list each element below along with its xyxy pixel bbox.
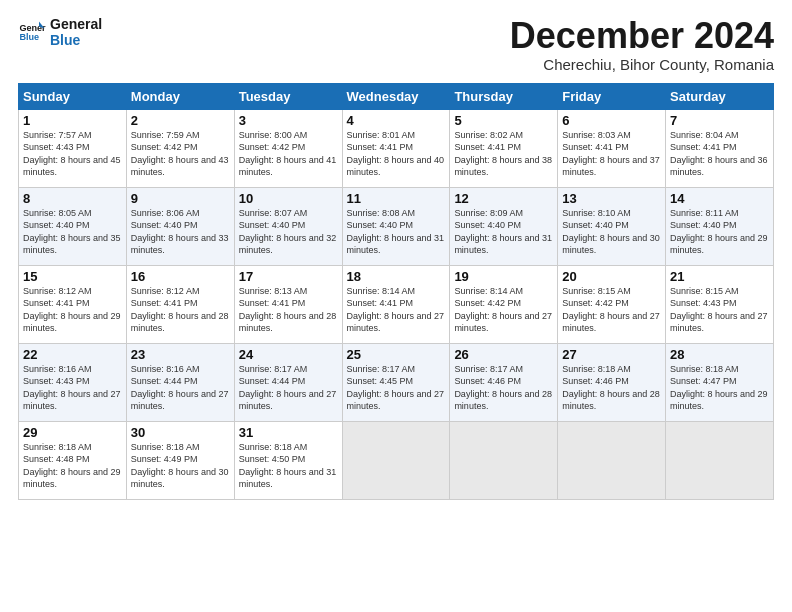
- month-title: December 2024: [510, 16, 774, 56]
- logo-general: General: [50, 16, 102, 32]
- day-number: 21: [670, 269, 769, 284]
- logo: General Blue General Blue: [18, 16, 102, 48]
- calendar-cell: 24Sunrise: 8:17 AMSunset: 4:44 PMDayligh…: [234, 343, 342, 421]
- week-row-4: 22Sunrise: 8:16 AMSunset: 4:43 PMDayligh…: [19, 343, 774, 421]
- calendar-cell: 21Sunrise: 8:15 AMSunset: 4:43 PMDayligh…: [666, 265, 774, 343]
- header-day-wednesday: Wednesday: [342, 83, 450, 109]
- calendar-cell: 14Sunrise: 8:11 AMSunset: 4:40 PMDayligh…: [666, 187, 774, 265]
- cell-content: Sunrise: 8:16 AMSunset: 4:43 PMDaylight:…: [23, 363, 122, 413]
- cell-content: Sunrise: 8:12 AMSunset: 4:41 PMDaylight:…: [23, 285, 122, 335]
- day-number: 6: [562, 113, 661, 128]
- day-number: 20: [562, 269, 661, 284]
- header-day-thursday: Thursday: [450, 83, 558, 109]
- day-number: 22: [23, 347, 122, 362]
- calendar-cell: 15Sunrise: 8:12 AMSunset: 4:41 PMDayligh…: [19, 265, 127, 343]
- calendar-cell: 20Sunrise: 8:15 AMSunset: 4:42 PMDayligh…: [558, 265, 666, 343]
- svg-text:Blue: Blue: [19, 32, 39, 42]
- calendar-cell: 28Sunrise: 8:18 AMSunset: 4:47 PMDayligh…: [666, 343, 774, 421]
- calendar-table: SundayMondayTuesdayWednesdayThursdayFrid…: [18, 83, 774, 500]
- cell-content: Sunrise: 8:01 AMSunset: 4:41 PMDaylight:…: [347, 129, 446, 179]
- day-number: 15: [23, 269, 122, 284]
- page-container: General Blue General Blue December 2024 …: [0, 0, 792, 510]
- day-number: 24: [239, 347, 338, 362]
- day-number: 10: [239, 191, 338, 206]
- cell-content: Sunrise: 8:06 AMSunset: 4:40 PMDaylight:…: [131, 207, 230, 257]
- calendar-cell: 10Sunrise: 8:07 AMSunset: 4:40 PMDayligh…: [234, 187, 342, 265]
- day-number: 31: [239, 425, 338, 440]
- cell-content: Sunrise: 8:17 AMSunset: 4:46 PMDaylight:…: [454, 363, 553, 413]
- calendar-cell: 13Sunrise: 8:10 AMSunset: 4:40 PMDayligh…: [558, 187, 666, 265]
- cell-content: Sunrise: 8:18 AMSunset: 4:48 PMDaylight:…: [23, 441, 122, 491]
- day-number: 27: [562, 347, 661, 362]
- cell-content: Sunrise: 8:15 AMSunset: 4:42 PMDaylight:…: [562, 285, 661, 335]
- cell-content: Sunrise: 8:18 AMSunset: 4:49 PMDaylight:…: [131, 441, 230, 491]
- calendar-cell: 17Sunrise: 8:13 AMSunset: 4:41 PMDayligh…: [234, 265, 342, 343]
- calendar-cell: 8Sunrise: 8:05 AMSunset: 4:40 PMDaylight…: [19, 187, 127, 265]
- cell-content: Sunrise: 8:02 AMSunset: 4:41 PMDaylight:…: [454, 129, 553, 179]
- cell-content: Sunrise: 8:11 AMSunset: 4:40 PMDaylight:…: [670, 207, 769, 257]
- day-number: 5: [454, 113, 553, 128]
- day-number: 8: [23, 191, 122, 206]
- cell-content: Sunrise: 7:57 AMSunset: 4:43 PMDaylight:…: [23, 129, 122, 179]
- day-number: 7: [670, 113, 769, 128]
- calendar-cell: 30Sunrise: 8:18 AMSunset: 4:49 PMDayligh…: [126, 421, 234, 499]
- day-number: 16: [131, 269, 230, 284]
- calendar-cell: [558, 421, 666, 499]
- calendar-cell: 1Sunrise: 7:57 AMSunset: 4:43 PMDaylight…: [19, 109, 127, 187]
- calendar-cell: 6Sunrise: 8:03 AMSunset: 4:41 PMDaylight…: [558, 109, 666, 187]
- cell-content: Sunrise: 8:00 AMSunset: 4:42 PMDaylight:…: [239, 129, 338, 179]
- cell-content: Sunrise: 8:15 AMSunset: 4:43 PMDaylight:…: [670, 285, 769, 335]
- calendar-header-row: SundayMondayTuesdayWednesdayThursdayFrid…: [19, 83, 774, 109]
- day-number: 3: [239, 113, 338, 128]
- cell-content: Sunrise: 8:18 AMSunset: 4:47 PMDaylight:…: [670, 363, 769, 413]
- cell-content: Sunrise: 8:12 AMSunset: 4:41 PMDaylight:…: [131, 285, 230, 335]
- cell-content: Sunrise: 8:08 AMSunset: 4:40 PMDaylight:…: [347, 207, 446, 257]
- cell-content: Sunrise: 8:10 AMSunset: 4:40 PMDaylight:…: [562, 207, 661, 257]
- header-day-friday: Friday: [558, 83, 666, 109]
- cell-content: Sunrise: 8:18 AMSunset: 4:46 PMDaylight:…: [562, 363, 661, 413]
- day-number: 29: [23, 425, 122, 440]
- day-number: 23: [131, 347, 230, 362]
- cell-content: Sunrise: 8:05 AMSunset: 4:40 PMDaylight:…: [23, 207, 122, 257]
- cell-content: Sunrise: 7:59 AMSunset: 4:42 PMDaylight:…: [131, 129, 230, 179]
- cell-content: Sunrise: 8:09 AMSunset: 4:40 PMDaylight:…: [454, 207, 553, 257]
- calendar-cell: [450, 421, 558, 499]
- cell-content: Sunrise: 8:03 AMSunset: 4:41 PMDaylight:…: [562, 129, 661, 179]
- calendar-cell: 16Sunrise: 8:12 AMSunset: 4:41 PMDayligh…: [126, 265, 234, 343]
- cell-content: Sunrise: 8:17 AMSunset: 4:45 PMDaylight:…: [347, 363, 446, 413]
- day-number: 1: [23, 113, 122, 128]
- day-number: 14: [670, 191, 769, 206]
- day-number: 17: [239, 269, 338, 284]
- day-number: 2: [131, 113, 230, 128]
- svg-text:General: General: [19, 23, 46, 33]
- week-row-3: 15Sunrise: 8:12 AMSunset: 4:41 PMDayligh…: [19, 265, 774, 343]
- calendar-cell: 26Sunrise: 8:17 AMSunset: 4:46 PMDayligh…: [450, 343, 558, 421]
- calendar-cell: 3Sunrise: 8:00 AMSunset: 4:42 PMDaylight…: [234, 109, 342, 187]
- day-number: 26: [454, 347, 553, 362]
- calendar-cell: 12Sunrise: 8:09 AMSunset: 4:40 PMDayligh…: [450, 187, 558, 265]
- calendar-cell: 11Sunrise: 8:08 AMSunset: 4:40 PMDayligh…: [342, 187, 450, 265]
- calendar-cell: [666, 421, 774, 499]
- calendar-cell: 19Sunrise: 8:14 AMSunset: 4:42 PMDayligh…: [450, 265, 558, 343]
- day-number: 4: [347, 113, 446, 128]
- calendar-cell: 2Sunrise: 7:59 AMSunset: 4:42 PMDaylight…: [126, 109, 234, 187]
- calendar-cell: 4Sunrise: 8:01 AMSunset: 4:41 PMDaylight…: [342, 109, 450, 187]
- cell-content: Sunrise: 8:16 AMSunset: 4:44 PMDaylight:…: [131, 363, 230, 413]
- calendar-cell: 25Sunrise: 8:17 AMSunset: 4:45 PMDayligh…: [342, 343, 450, 421]
- header-day-saturday: Saturday: [666, 83, 774, 109]
- day-number: 9: [131, 191, 230, 206]
- calendar-cell: 7Sunrise: 8:04 AMSunset: 4:41 PMDaylight…: [666, 109, 774, 187]
- calendar-cell: 5Sunrise: 8:02 AMSunset: 4:41 PMDaylight…: [450, 109, 558, 187]
- logo-icon: General Blue: [18, 18, 46, 46]
- cell-content: Sunrise: 8:14 AMSunset: 4:42 PMDaylight:…: [454, 285, 553, 335]
- calendar-cell: 31Sunrise: 8:18 AMSunset: 4:50 PMDayligh…: [234, 421, 342, 499]
- cell-content: Sunrise: 8:17 AMSunset: 4:44 PMDaylight:…: [239, 363, 338, 413]
- day-number: 25: [347, 347, 446, 362]
- cell-content: Sunrise: 8:13 AMSunset: 4:41 PMDaylight:…: [239, 285, 338, 335]
- day-number: 28: [670, 347, 769, 362]
- calendar-cell: 9Sunrise: 8:06 AMSunset: 4:40 PMDaylight…: [126, 187, 234, 265]
- location-title: Cherechiu, Bihor County, Romania: [510, 56, 774, 73]
- day-number: 19: [454, 269, 553, 284]
- cell-content: Sunrise: 8:07 AMSunset: 4:40 PMDaylight:…: [239, 207, 338, 257]
- header-day-monday: Monday: [126, 83, 234, 109]
